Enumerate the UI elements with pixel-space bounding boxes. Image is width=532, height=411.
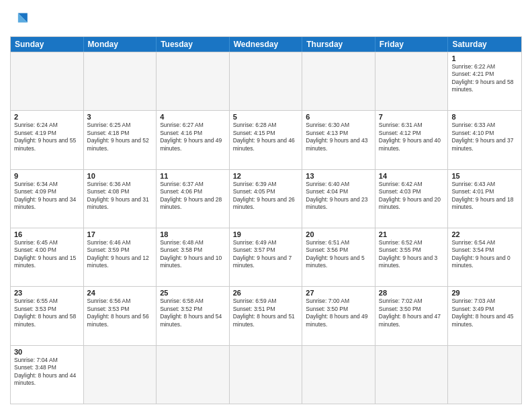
sun-info: Sunrise: 6:39 AMSunset: 4:05 PMDaylight:… (233, 181, 299, 212)
day-number: 10 (87, 172, 153, 180)
day-number: 22 (451, 230, 518, 238)
calendar-cell (84, 52, 157, 110)
calendar-cell: 29Sunrise: 7:03 AMSunset: 3:49 PMDayligh… (448, 287, 521, 345)
sun-info: Sunrise: 6:34 AMSunset: 4:09 PMDaylight:… (14, 181, 80, 212)
day-number: 19 (233, 230, 299, 238)
day-number: 12 (233, 172, 299, 180)
sun-info: Sunrise: 7:04 AMSunset: 3:48 PMDaylight:… (14, 357, 80, 387)
header-day-monday: Monday (84, 37, 157, 52)
logo-icon (11, 9, 30, 28)
sun-info: Sunrise: 6:30 AMSunset: 4:13 PMDaylight:… (306, 122, 371, 152)
calendar-row-3: 16Sunrise: 6:45 AMSunset: 4:00 PMDayligh… (11, 228, 521, 286)
calendar-cell: 2Sunrise: 6:24 AMSunset: 4:19 PMDaylight… (11, 111, 84, 169)
day-number: 21 (379, 230, 445, 238)
calendar-cell (157, 52, 230, 110)
day-number: 23 (14, 289, 80, 297)
calendar-cell: 28Sunrise: 7:02 AMSunset: 3:50 PMDayligh… (375, 287, 449, 345)
calendar-cell: 26Sunrise: 6:59 AMSunset: 3:51 PMDayligh… (230, 287, 303, 345)
day-number: 29 (451, 289, 518, 297)
day-number: 26 (233, 289, 299, 297)
calendar-cell (157, 346, 230, 404)
calendar-cell (84, 346, 157, 404)
sun-info: Sunrise: 6:54 AMSunset: 3:54 PMDaylight:… (451, 239, 518, 270)
calendar-cell (375, 52, 449, 110)
calendar-cell: 12Sunrise: 6:39 AMSunset: 4:05 PMDayligh… (230, 170, 303, 228)
header-day-saturday: Saturday (448, 37, 521, 52)
calendar-cell: 9Sunrise: 6:34 AMSunset: 4:09 PMDaylight… (11, 170, 84, 228)
sun-info: Sunrise: 7:02 AMSunset: 3:50 PMDaylight:… (379, 298, 445, 328)
calendar-row-5: 30Sunrise: 7:04 AMSunset: 3:48 PMDayligh… (11, 345, 521, 404)
sun-info: Sunrise: 6:25 AMSunset: 4:18 PMDaylight:… (87, 122, 153, 152)
header-day-friday: Friday (375, 37, 449, 52)
calendar-cell: 7Sunrise: 6:31 AMSunset: 4:12 PMDaylight… (375, 111, 449, 169)
calendar-cell: 3Sunrise: 6:25 AMSunset: 4:18 PMDaylight… (84, 111, 157, 169)
day-number: 17 (87, 230, 153, 238)
header (10, 7, 522, 31)
calendar-cell: 6Sunrise: 6:30 AMSunset: 4:13 PMDaylight… (302, 111, 375, 169)
calendar-row-0: 1Sunrise: 6:22 AMSunset: 4:21 PMDaylight… (11, 52, 521, 110)
sun-info: Sunrise: 6:59 AMSunset: 3:51 PMDaylight:… (233, 298, 299, 328)
day-number: 7 (379, 113, 445, 121)
sun-info: Sunrise: 6:56 AMSunset: 3:53 PMDaylight:… (87, 298, 153, 328)
calendar-cell: 21Sunrise: 6:52 AMSunset: 3:55 PMDayligh… (375, 228, 449, 286)
sun-info: Sunrise: 6:40 AMSunset: 4:04 PMDaylight:… (306, 181, 371, 212)
sun-info: Sunrise: 6:42 AMSunset: 4:03 PMDaylight:… (379, 181, 445, 212)
calendar-cell: 27Sunrise: 7:00 AMSunset: 3:50 PMDayligh… (302, 287, 375, 345)
calendar-cell: 1Sunrise: 6:22 AMSunset: 4:21 PMDaylight… (448, 52, 521, 110)
sun-info: Sunrise: 6:22 AMSunset: 4:21 PMDaylight:… (451, 63, 518, 94)
sun-info: Sunrise: 6:58 AMSunset: 3:52 PMDaylight:… (160, 298, 226, 328)
day-number: 5 (233, 113, 299, 121)
calendar-cell: 14Sunrise: 6:42 AMSunset: 4:03 PMDayligh… (375, 170, 449, 228)
header-day-thursday: Thursday (302, 37, 375, 52)
day-number: 30 (14, 348, 80, 356)
calendar-cell: 15Sunrise: 6:43 AMSunset: 4:01 PMDayligh… (448, 170, 521, 228)
sun-info: Sunrise: 6:37 AMSunset: 4:06 PMDaylight:… (160, 181, 226, 212)
sun-info: Sunrise: 6:31 AMSunset: 4:12 PMDaylight:… (379, 122, 445, 152)
calendar-cell (230, 52, 303, 110)
sun-info: Sunrise: 6:33 AMSunset: 4:10 PMDaylight:… (451, 122, 518, 152)
calendar-cell: 19Sunrise: 6:49 AMSunset: 3:57 PMDayligh… (230, 228, 303, 286)
sun-info: Sunrise: 6:52 AMSunset: 3:55 PMDaylight:… (379, 239, 445, 270)
day-number: 16 (14, 230, 80, 238)
calendar-cell: 25Sunrise: 6:58 AMSunset: 3:52 PMDayligh… (157, 287, 230, 345)
calendar-row-2: 9Sunrise: 6:34 AMSunset: 4:09 PMDaylight… (11, 169, 521, 228)
calendar-row-4: 23Sunrise: 6:55 AMSunset: 3:53 PMDayligh… (11, 286, 521, 345)
sun-info: Sunrise: 6:28 AMSunset: 4:15 PMDaylight:… (233, 122, 299, 152)
day-number: 8 (451, 113, 518, 121)
sun-info: Sunrise: 6:46 AMSunset: 3:59 PMDaylight:… (87, 239, 153, 270)
calendar-header: SundayMondayTuesdayWednesdayThursdayFrid… (11, 37, 521, 52)
header-day-sunday: Sunday (11, 37, 84, 52)
header-day-tuesday: Tuesday (157, 37, 230, 52)
calendar-cell: 22Sunrise: 6:54 AMSunset: 3:54 PMDayligh… (448, 228, 521, 286)
day-number: 2 (14, 113, 80, 121)
calendar-cell: 4Sunrise: 6:27 AMSunset: 4:16 PMDaylight… (157, 111, 230, 169)
sun-info: Sunrise: 7:00 AMSunset: 3:50 PMDaylight:… (306, 298, 371, 328)
day-number: 25 (160, 289, 226, 297)
calendar-row-1: 2Sunrise: 6:24 AMSunset: 4:19 PMDaylight… (11, 110, 521, 169)
calendar: SundayMondayTuesdayWednesdayThursdayFrid… (10, 36, 522, 404)
day-number: 18 (160, 230, 226, 238)
page: SundayMondayTuesdayWednesdayThursdayFrid… (0, 0, 532, 411)
day-number: 15 (451, 172, 518, 180)
calendar-cell: 16Sunrise: 6:45 AMSunset: 4:00 PMDayligh… (11, 228, 84, 286)
calendar-cell: 11Sunrise: 6:37 AMSunset: 4:06 PMDayligh… (157, 170, 230, 228)
calendar-cell: 24Sunrise: 6:56 AMSunset: 3:53 PMDayligh… (84, 287, 157, 345)
calendar-body: 1Sunrise: 6:22 AMSunset: 4:21 PMDaylight… (11, 52, 521, 404)
sun-info: Sunrise: 6:36 AMSunset: 4:08 PMDaylight:… (87, 181, 153, 212)
day-number: 3 (87, 113, 153, 121)
sun-info: Sunrise: 6:27 AMSunset: 4:16 PMDaylight:… (160, 122, 226, 152)
day-number: 6 (306, 113, 371, 121)
day-number: 13 (306, 172, 371, 180)
calendar-cell: 23Sunrise: 6:55 AMSunset: 3:53 PMDayligh… (11, 287, 84, 345)
sun-info: Sunrise: 6:48 AMSunset: 3:58 PMDaylight:… (160, 239, 226, 270)
day-number: 9 (14, 172, 80, 180)
calendar-cell: 30Sunrise: 7:04 AMSunset: 3:48 PMDayligh… (11, 346, 84, 404)
calendar-cell (375, 346, 449, 404)
sun-info: Sunrise: 6:55 AMSunset: 3:53 PMDaylight:… (14, 298, 80, 328)
calendar-cell: 10Sunrise: 6:36 AMSunset: 4:08 PMDayligh… (84, 170, 157, 228)
day-number: 1 (451, 54, 518, 62)
day-number: 14 (379, 172, 445, 180)
header-day-wednesday: Wednesday (230, 37, 303, 52)
sun-info: Sunrise: 6:43 AMSunset: 4:01 PMDaylight:… (451, 181, 518, 212)
sun-info: Sunrise: 7:03 AMSunset: 3:49 PMDaylight:… (451, 298, 518, 328)
